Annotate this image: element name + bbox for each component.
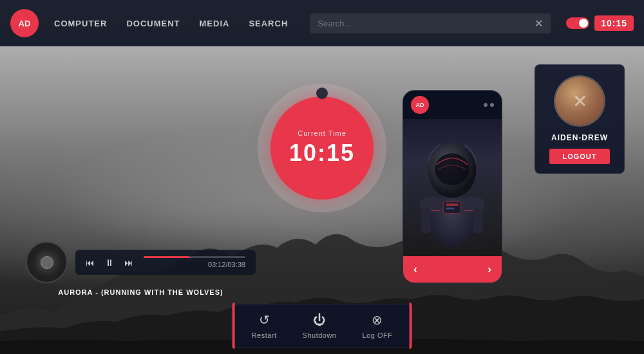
svg-rect-9 [446, 203, 459, 206]
shutdown-action[interactable]: ⏻ Shutdown [303, 313, 337, 339]
device-prev-arrow[interactable]: ‹ [413, 263, 417, 276]
music-player: ⏮ ⏸ ⏭ 03:12/03:38 AURORA - (RUNNING WITH… [26, 241, 256, 296]
bottom-bar: ↺ Restart ⏻ Shutdown ⊗ Log OFF [232, 304, 413, 348]
restart-icon: ↺ [259, 312, 270, 328]
logoff-action[interactable]: ⊗ Log OFF [363, 312, 393, 339]
svg-rect-4 [473, 208, 483, 234]
device-top-bar: AD [403, 91, 502, 119]
device-widget: AD [402, 90, 502, 283]
search-bar: ✕ [310, 14, 551, 33]
nav-computer[interactable]: COMPUTER [54, 19, 107, 28]
toggle-knob [579, 19, 588, 28]
clock-time: 10:15 [289, 140, 355, 167]
prev-button[interactable]: ⏮ [86, 257, 95, 268]
search-clear-icon[interactable]: ✕ [535, 17, 543, 30]
device-image [403, 119, 502, 256]
logo-text: AD [19, 19, 31, 28]
logo-button[interactable]: AD [10, 9, 39, 37]
progress-time: 03:12/03:38 [144, 261, 245, 268]
nav-links: COMPUTER DOCUMENT MEDIA SEARCH [54, 19, 288, 28]
song-title: AURORA - (RUNNING WITH THE WOLVES) [26, 288, 256, 296]
logoff-icon: ⊗ [372, 312, 383, 328]
time-display: 10:15 [594, 15, 634, 31]
user-card: ✕ AIDEN-DREW LOGOUT [535, 64, 625, 174]
play-pause-button[interactable]: ⏸ [105, 257, 114, 268]
clock-label: Current Time [298, 129, 346, 137]
device-logo: AD [411, 96, 429, 114]
clock-inner: Current Time 10:15 [270, 97, 374, 200]
nav-document[interactable]: DOCUMENT [126, 19, 180, 28]
vinyl-inner [41, 256, 53, 269]
dot-2 [490, 103, 494, 107]
progress-bar-fill [144, 256, 189, 258]
logoff-label: Log OFF [363, 331, 393, 339]
device-dots [484, 103, 494, 107]
player-controls: ⏮ ⏸ ⏭ 03:12/03:38 [75, 250, 256, 275]
music-player-row: ⏮ ⏸ ⏭ 03:12/03:38 [26, 241, 256, 283]
svg-rect-3 [421, 208, 431, 234]
search-input[interactable] [317, 19, 529, 28]
shutdown-icon: ⏻ [313, 313, 326, 328]
svg-rect-10 [446, 208, 454, 210]
device-next-arrow[interactable]: › [488, 263, 491, 276]
device-bottom-bar: ‹ › [403, 256, 502, 283]
dot-1 [484, 103, 488, 107]
navbar: AD COMPUTER DOCUMENT MEDIA SEARCH ✕ 10:1… [0, 0, 644, 46]
restart-label: Restart [252, 331, 277, 339]
toggle-switch[interactable] [566, 17, 589, 29]
progress-area: 03:12/03:38 [144, 256, 245, 268]
nav-media[interactable]: MEDIA [200, 19, 230, 28]
vinyl-disc [26, 241, 68, 283]
nav-search[interactable]: SEARCH [249, 19, 288, 28]
user-avatar: ✕ [554, 75, 605, 127]
clock-outer-ring: Current Time 10:15 [258, 84, 386, 212]
clock-widget: Current Time 10:15 [258, 84, 386, 212]
logout-button[interactable]: LOGOUT [549, 149, 609, 164]
clock-dot [316, 88, 328, 99]
time-toggle-group: 10:15 [566, 15, 634, 31]
next-button[interactable]: ⏭ [124, 257, 133, 268]
progress-bar-background[interactable] [144, 256, 245, 258]
restart-action[interactable]: ↺ Restart [252, 312, 277, 339]
avatar-x-overlay: ✕ [555, 77, 604, 126]
shutdown-label: Shutdown [303, 331, 337, 339]
user-name: AIDEN-DREW [551, 133, 608, 142]
